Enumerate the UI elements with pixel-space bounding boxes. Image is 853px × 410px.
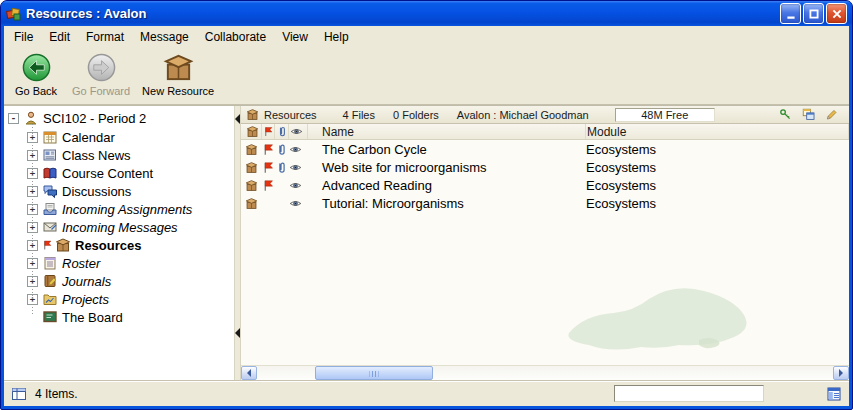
horizontal-scrollbar[interactable] xyxy=(241,365,849,380)
file-list: The Carbon Cycle Ecosystems Web site for… xyxy=(241,140,849,365)
eye-icon xyxy=(289,179,302,192)
sidebar-item-resources[interactable]: + Resources xyxy=(27,236,234,254)
item-count: 4 Items. xyxy=(35,387,78,401)
collapse-left-arrow-icon[interactable] xyxy=(235,114,240,124)
eye-icon xyxy=(289,161,302,174)
item-module: Ecosystems xyxy=(586,140,849,158)
right-arrow-icon xyxy=(839,369,843,377)
sidebar-item-discussions[interactable]: + Discussions xyxy=(27,182,234,200)
list-item-row[interactable]: Tutorial: Microorganisms Ecosystems xyxy=(241,194,849,212)
menu-message[interactable]: Message xyxy=(132,28,197,46)
sidebar-item-incoming-messages[interactable]: + Incoming Messages xyxy=(27,218,234,236)
tree-item-label: Roster xyxy=(62,256,100,271)
tree-item-label: Incoming Messages xyxy=(62,220,178,235)
package-icon xyxy=(245,197,258,210)
go-back-button[interactable]: Go Back xyxy=(8,50,64,102)
flag-icon xyxy=(262,161,275,174)
sidebar-item-the-board[interactable]: The Board xyxy=(27,308,234,326)
go-back-label: Go Back xyxy=(15,85,57,97)
board-icon xyxy=(42,309,58,325)
tree-guide-line xyxy=(32,124,33,316)
layout-icon[interactable] xyxy=(826,386,842,402)
package-icon xyxy=(246,108,259,121)
scroll-left-button[interactable] xyxy=(241,366,257,380)
tree-item-label: The Board xyxy=(62,310,123,325)
menu-format[interactable]: Format xyxy=(78,28,132,46)
eye-icon xyxy=(289,143,302,156)
restore-button[interactable] xyxy=(803,3,824,24)
file-count: 4 Files xyxy=(343,109,375,121)
flag-icon xyxy=(262,179,275,192)
column-header-attachment[interactable] xyxy=(275,124,289,139)
menu-collaborate[interactable]: Collaborate xyxy=(197,28,274,46)
package-icon xyxy=(163,52,194,83)
sidebar-item-incoming-assignments[interactable]: + Incoming Assignments xyxy=(27,200,234,218)
column-header-module[interactable]: Module xyxy=(586,124,849,139)
app-icon[interactable] xyxy=(6,6,22,22)
scroll-right-button[interactable] xyxy=(833,366,849,380)
view-mode-icon[interactable] xyxy=(11,386,27,402)
column-headers: Name Module xyxy=(241,124,849,140)
edit-pencil-icon[interactable] xyxy=(825,108,838,121)
sidebar-item-course-content[interactable]: + Course Content xyxy=(27,164,234,182)
item-module: Ecosystems xyxy=(586,158,849,176)
titlebar[interactable]: Resources : Avalon xyxy=(1,1,852,26)
column-header-visible[interactable] xyxy=(289,124,308,139)
sidebar-item-calendar[interactable]: + Calendar xyxy=(27,128,234,146)
key-icon[interactable] xyxy=(779,108,792,121)
status-text-field[interactable] xyxy=(614,385,764,402)
menu-edit[interactable]: Edit xyxy=(41,28,78,46)
toolbar: Go Back Go Forward New Resource xyxy=(4,47,849,105)
tree-item-label: Incoming Assignments xyxy=(62,202,192,217)
windows-icon[interactable] xyxy=(802,108,815,121)
tree-item-label: Course Content xyxy=(62,166,153,181)
sidebar-item-class-news[interactable]: + Class News xyxy=(27,146,234,164)
minimize-button[interactable] xyxy=(780,3,801,24)
tree-root-course[interactable]: - SCI102 - Period 2 xyxy=(8,109,234,127)
menu-file[interactable]: File xyxy=(6,28,41,46)
menu-help[interactable]: Help xyxy=(316,28,357,46)
package-icon xyxy=(245,179,258,192)
item-name: Web site for microorganisms xyxy=(308,158,586,176)
envelope-icon xyxy=(42,219,58,235)
menu-bar: File Edit Format Message Collaborate Vie… xyxy=(4,26,849,47)
pane-splitter[interactable] xyxy=(234,106,241,380)
list-item-row[interactable]: Advanced Reading Ecosystems xyxy=(241,176,849,194)
inbox-icon xyxy=(42,201,58,217)
sidebar-item-projects[interactable]: + Projects xyxy=(27,290,234,308)
chat-bubbles-icon xyxy=(42,183,58,199)
item-module: Ecosystems xyxy=(586,176,849,194)
tree-collapse-toggle[interactable]: - xyxy=(8,113,19,124)
close-button[interactable] xyxy=(826,3,847,24)
status-bar: 4 Items. xyxy=(4,380,849,406)
package-icon xyxy=(55,237,71,253)
roster-icon xyxy=(42,255,58,271)
menu-view[interactable]: View xyxy=(274,28,316,46)
collapse-left-arrow-icon[interactable] xyxy=(235,328,240,338)
tree-item-label: Projects xyxy=(62,292,109,307)
tree-item-label: Resources xyxy=(75,238,141,253)
tree-root-label: SCI102 - Period 2 xyxy=(43,111,146,126)
new-resource-button[interactable]: New Resource xyxy=(138,50,218,102)
news-icon xyxy=(42,147,58,163)
go-forward-label: Go Forward xyxy=(72,85,130,97)
list-item-row[interactable]: Web site for microorganisms Ecosystems xyxy=(241,158,849,176)
new-resource-label: New Resource xyxy=(142,85,214,97)
flag-icon xyxy=(42,237,53,253)
column-header-name[interactable]: Name xyxy=(308,124,586,139)
column-header-flag[interactable] xyxy=(262,124,275,139)
window-title: Resources : Avalon xyxy=(26,6,776,21)
sidebar-item-journals[interactable]: + Journals xyxy=(27,272,234,290)
list-item-row[interactable]: The Carbon Cycle Ecosystems xyxy=(241,140,849,158)
tree-item-label: Discussions xyxy=(62,184,131,199)
panel-title: Resources xyxy=(264,109,317,121)
column-header-type[interactable] xyxy=(245,124,262,139)
item-name: Tutorial: Microorganisms xyxy=(308,194,586,212)
tree-children: + Calendar + Class News + Course Content xyxy=(8,128,234,326)
scrollbar-thumb[interactable] xyxy=(315,366,433,380)
left-arrow-icon xyxy=(247,369,251,377)
scrollbar-track[interactable] xyxy=(257,366,833,380)
sidebar-item-roster[interactable]: + Roster xyxy=(27,254,234,272)
package-icon xyxy=(245,143,258,156)
window-body: File Edit Format Message Collaborate Vie… xyxy=(4,26,849,406)
